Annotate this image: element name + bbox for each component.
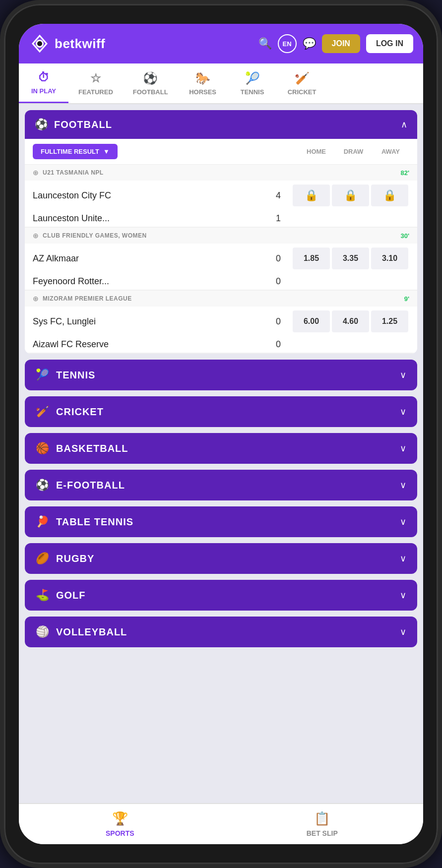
tabletennis-chevron: ∨ [400,516,406,527]
betslip-bottom-label: BET SLIP [307,829,338,837]
basketball-section-icon: 🏀 [36,442,49,455]
rugby-section-icon: 🏉 [36,552,49,565]
odds-draw-1[interactable]: 🔒 [332,185,369,206]
tennis-section-icon: 🎾 [36,369,49,381]
login-button[interactable]: LOG IN [366,34,413,53]
match-group-2: ⊕ CLUB FRIENDLY GAMES, WOMEN 30' AZ Alkm… [25,228,417,291]
golf-section[interactable]: ⛳ GOLF ∨ [25,580,417,611]
match-row-1-team2: Launceston Unite... 1 [25,210,417,227]
inplay-icon: ⏱ [38,70,50,84]
odds-home-1[interactable]: 🔒 [293,185,330,206]
tennis-nav-icon: 🎾 [245,71,260,85]
notifications-icon[interactable]: 💬 [303,37,316,50]
football-section-title: FOOTBALL [54,119,395,130]
tabletennis-section[interactable]: 🏓 TABLE TENNIS ∨ [25,506,417,537]
football-header[interactable]: ⚽ FOOTBALL ∧ [25,110,417,139]
betslip-bottom-icon: 📋 [314,811,330,826]
efootball-section-icon: ⚽ [36,479,49,492]
cricket-section[interactable]: 🏏 CRICKET ∨ [25,396,417,427]
odds-draw-2[interactable]: 3.35 [332,248,369,269]
tab-featured-label: FEATURED [78,88,113,96]
bottom-nav-betslip[interactable]: 📋 BET SLIP [221,804,424,844]
fulltime-result-dropdown[interactable]: FULLTIME RESULT ▼ [33,144,118,159]
team-name-2-1: AZ Alkmaar [33,253,276,264]
rugby-section[interactable]: 🏉 RUGBY ∨ [25,543,417,574]
bottom-nav: 🏆 SPORTS 📋 BET SLIP [19,803,423,844]
team-name-3-2: Aizawl FC Reserve [33,339,276,350]
league-row-1: ⊕ U21 TASMANIA NPL 82' [25,165,417,181]
cricket-section-title: CRICKET [56,406,393,418]
team-score-3-2: 0 [276,339,286,350]
tab-inplay[interactable]: ⏱ IN PLAY [19,63,68,103]
logo-text: betkwiff [55,36,105,52]
tab-horses-label: HORSES [189,88,216,96]
basketball-section[interactable]: 🏀 BASKETBALL ∨ [25,433,417,464]
odds-row-1: 🔒 🔒 🔒 [292,184,409,207]
odds-away-3[interactable]: 1.25 [371,310,408,332]
sports-bottom-icon: 🏆 [112,811,128,826]
team-score-3-1: 0 [276,316,286,327]
horses-icon: 🐎 [195,71,210,85]
tab-cricket[interactable]: 🏏 CRICKET [277,64,327,103]
tennis-chevron: ∨ [400,370,406,380]
betkwiff-logo-icon [29,33,51,55]
live-time-3: 9' [404,295,409,303]
team-name-1-1: Launceston City FC [33,190,276,201]
tab-tennis-label: TENNIS [241,88,264,96]
odds-draw-3[interactable]: 4.60 [332,310,369,332]
search-icon[interactable]: 🔍 [258,37,272,50]
team-score-1-1: 4 [276,190,286,201]
football-section-icon: ⚽ [35,118,48,131]
header-actions: 🔍 EN 💬 JOIN LOG IN [258,34,413,53]
odds-home-3[interactable]: 6.00 [293,310,330,332]
league-icon-1: ⊕ [33,169,39,177]
match-row-2-team2: Feyenoord Rotter... 0 [25,273,417,290]
col-away: AWAY [372,148,409,155]
odds-spacer-1 [292,218,409,220]
volleyball-section-title: VOLLEYBALL [56,626,393,638]
volleyball-section[interactable]: 🏐 VOLLEYBALL ∨ [25,617,417,647]
match-row-3-team2: Aizawl FC Reserve 0 [25,336,417,353]
language-selector[interactable]: EN [278,34,297,53]
tab-football[interactable]: ⚽ FOOTBALL [123,64,178,103]
efootball-section[interactable]: ⚽ E-FOOTBALL ∨ [25,470,417,500]
tab-football-label: FOOTBALL [133,88,168,96]
football-section: ⚽ FOOTBALL ∧ FULLTIME RESULT ▼ HOME DRAW [25,110,417,354]
volleyball-chevron: ∨ [400,626,406,637]
team-score-1-2: 1 [276,213,286,224]
league-icon-3: ⊕ [33,295,39,303]
golf-section-icon: ⛳ [36,589,49,602]
tennis-section-title: TENNIS [56,370,393,381]
tab-horses[interactable]: 🐎 HORSES [178,64,228,103]
sports-bottom-label: SPORTS [106,829,134,837]
cricket-chevron: ∨ [400,406,406,417]
col-headers: HOME DRAW AWAY [298,148,409,155]
cricket-section-icon: 🏏 [36,405,49,418]
team-name-2-2: Feyenoord Rotter... [33,276,276,287]
league-name-2: CLUB FRIENDLY GAMES, WOMEN [43,232,147,239]
tab-cricket-label: CRICKET [288,88,316,96]
odds-away-2[interactable]: 3.10 [371,248,408,269]
odds-spacer-2 [292,281,409,283]
league-row-2: ⊕ CLUB FRIENDLY GAMES, WOMEN 30' [25,228,417,244]
tab-featured[interactable]: ☆ FEATURED [68,64,123,103]
league-icon-2: ⊕ [33,232,39,240]
basketball-section-title: BASKETBALL [56,443,393,454]
tab-tennis[interactable]: 🎾 TENNIS [228,64,277,103]
match-group-3: ⊕ MIZORAM PREMIER LEAGUE 9' Sys FC, Lung… [25,291,417,354]
team-name-3-1: Sys FC, Lunglei [33,316,276,327]
efootball-chevron: ∨ [400,480,406,491]
odds-away-1[interactable]: 🔒 [371,185,408,206]
football-match-table: FULLTIME RESULT ▼ HOME DRAW AWAY ⊕ [25,139,417,354]
phone-screen: betkwiff 🔍 EN 💬 JOIN LOG IN ⏱ IN PLAY ☆ … [19,24,423,844]
main-content: ⚽ FOOTBALL ∧ FULLTIME RESULT ▼ HOME DRAW [19,104,423,803]
rugby-section-title: RUGBY [56,553,393,564]
join-button[interactable]: JOIN [322,34,360,53]
odds-spacer-3 [292,344,409,346]
bottom-nav-sports[interactable]: 🏆 SPORTS [19,804,221,844]
efootball-section-title: E-FOOTBALL [56,480,393,491]
tennis-section[interactable]: 🎾 TENNIS ∨ [25,360,417,390]
odds-home-2[interactable]: 1.85 [293,248,330,269]
live-time-2: 30' [400,232,409,240]
header: betkwiff 🔍 EN 💬 JOIN LOG IN [19,24,423,63]
